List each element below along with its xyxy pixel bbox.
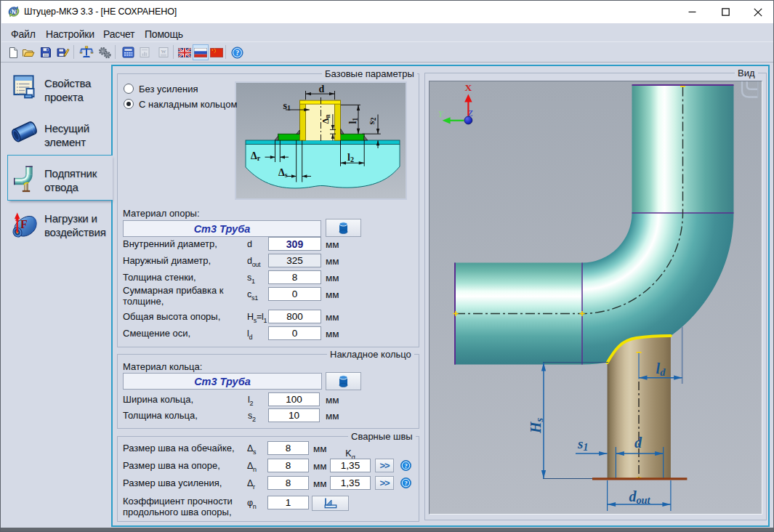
sidebar-item-label: Свойствапроекта — [44, 76, 91, 104]
input-weld-reinforcement[interactable]: 8 — [267, 476, 309, 490]
open-button[interactable] — [20, 44, 36, 60]
pipe-icon — [11, 120, 39, 143]
field-symbol: ld — [247, 329, 252, 341]
balance-button[interactable] — [78, 44, 94, 60]
input-axis-offset[interactable]: 0 — [268, 326, 321, 340]
unit-label: мм — [313, 443, 327, 454]
field-label: Суммарная прибавка к толщине, — [123, 286, 235, 307]
field-symbol: d — [247, 239, 252, 249]
unit-label: мм — [326, 329, 339, 339]
diagram-image: d s1 Δn l1 s2 Δr Δs l2 — [235, 81, 407, 200]
menu-calculation[interactable]: Расчет — [103, 28, 134, 40]
support-material-field[interactable]: Ст3 Труба — [123, 220, 321, 237]
help-badge-button[interactable]: ? — [400, 477, 411, 488]
help-button[interactable]: ? — [229, 44, 245, 60]
svg-text:?: ? — [404, 462, 407, 469]
minimize-button[interactable] — [675, 1, 709, 23]
field-symbol: Hs=l1 — [247, 312, 267, 324]
groupbox-title: Накладное кольцо — [327, 349, 414, 360]
svg-text:?: ? — [404, 480, 407, 487]
unit-label: мм — [326, 239, 339, 250]
input-inner-diameter[interactable]: 309 — [268, 237, 321, 251]
report-button[interactable] — [137, 44, 153, 60]
more-button[interactable]: >> — [375, 459, 394, 472]
lang-russian-button[interactable] — [193, 44, 209, 60]
save-as-button[interactable] — [55, 44, 71, 60]
field-symbol: Δn — [247, 461, 257, 473]
groupbox-title: Базовые параметры — [322, 68, 417, 79]
weld-seam-button[interactable] — [312, 496, 349, 511]
field-label: Размер шва на обечайке, — [123, 443, 235, 454]
report-icon — [139, 47, 150, 58]
input-k-sigma-support[interactable]: 1,35 — [330, 459, 371, 472]
input-ring-thickness[interactable]: 10 — [268, 408, 320, 422]
unit-label: мм — [313, 478, 327, 489]
menu-settings[interactable]: Настройки — [46, 28, 94, 40]
radio-label[interactable]: Без усиления — [139, 84, 198, 94]
radio-no-reinforcement[interactable] — [124, 84, 134, 94]
loads-icon: F — [10, 211, 39, 242]
ring-material-database-button[interactable] — [326, 372, 361, 390]
field-symbol: dout — [247, 256, 260, 268]
maximize-button[interactable] — [709, 1, 742, 23]
new-document-button[interactable] — [5, 44, 21, 60]
field-symbol: s2 — [248, 411, 256, 423]
help-icon: ? — [231, 47, 243, 59]
axis-x-label: X — [465, 82, 472, 93]
close-button[interactable] — [741, 1, 774, 23]
diagram-label-d: d — [319, 84, 325, 94]
dim-label-d: d — [634, 435, 642, 451]
field-symbol: s1 — [247, 273, 255, 285]
unit-label: мм — [313, 461, 327, 472]
unit-label: мм — [326, 312, 339, 323]
settings-gears-button[interactable] — [97, 44, 113, 60]
lang-chinese-button[interactable] — [209, 44, 225, 60]
axis-origin-ball — [464, 116, 472, 124]
toolbar-separator — [73, 45, 74, 59]
field-symbol: cs1 — [247, 289, 258, 302]
sidebar-item-label: Подпятникотвода — [44, 166, 97, 194]
calculator-icon — [122, 47, 134, 58]
field-label: Наружный диаметр, — [123, 256, 246, 267]
window-title: Штуцер-МКЭ 3.3 - [НЕ СОХРАНЕНО] — [24, 7, 177, 17]
menu-file[interactable]: Файл — [11, 28, 36, 40]
view-3d-viewport[interactable]: Y Z X Hs — [429, 81, 762, 515]
elbow-support-icon — [14, 165, 33, 193]
save-button[interactable] — [38, 44, 54, 60]
save-icon — [40, 47, 52, 58]
input-k-sigma-reinforcement[interactable]: 1,35 — [330, 476, 371, 490]
open-folder-icon — [22, 47, 35, 59]
input-ring-width[interactable]: 100 — [268, 392, 320, 406]
field-symbol: l2 — [248, 395, 253, 407]
export-word-button[interactable]: W — [156, 44, 172, 60]
material-database-button[interactable] — [326, 219, 361, 237]
field-label: Размер шва на опоре, — [123, 461, 220, 472]
more-button[interactable]: >> — [375, 476, 394, 490]
input-weld-shell[interactable]: 8 — [267, 441, 309, 455]
help-badge-button[interactable]: ? — [400, 460, 411, 471]
input-wall-thickness[interactable]: 8 — [268, 270, 321, 284]
ring-material-field[interactable]: Ст3 Труба — [123, 373, 322, 390]
toolbar-separator — [225, 45, 226, 59]
calculate-button[interactable] — [120, 44, 136, 60]
field-label: Толщина кольца, — [123, 411, 198, 422]
material-label: Материал кольца: — [123, 362, 202, 373]
radio-label[interactable]: С накладным кольцом — [139, 99, 237, 110]
input-weld-strength-coefficient[interactable]: 1 — [267, 496, 309, 509]
input-support-height[interactable]: 800 — [268, 310, 321, 323]
app-logo-icon: N — [8, 6, 20, 17]
field-label: Толщина стенки, — [123, 273, 246, 283]
material-label: Материал опоры: — [123, 209, 200, 219]
input-weld-support[interactable]: 8 — [267, 459, 309, 472]
sidebar-item-label: Нагрузки ивоздействия — [44, 211, 106, 239]
lang-english-button[interactable] — [177, 44, 193, 60]
svg-text:?: ? — [235, 49, 239, 57]
field-symbol: Δs — [247, 443, 256, 456]
field-label: Смещение оси, — [123, 329, 246, 339]
project-properties-icon — [13, 75, 37, 100]
menu-help[interactable]: Помощь — [145, 28, 183, 40]
input-thickness-allowance[interactable]: 0 — [268, 287, 321, 301]
titlebar: N Штуцер-МКЭ 3.3 - [НЕ СОХРАНЕНО] — [1, 1, 774, 23]
radio-with-pad-ring[interactable] — [124, 99, 134, 109]
unit-label: мм — [326, 395, 339, 406]
